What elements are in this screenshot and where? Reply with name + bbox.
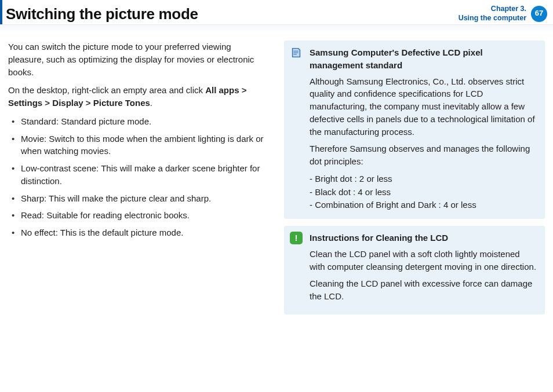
left-column: You can switch the picture mode to your …: [8, 41, 269, 321]
info-panel-lcd-standard: Samsung Computer's Defective LCD pixel m…: [284, 41, 545, 219]
panel1-dash2: - Black dot : 4 or less: [310, 186, 537, 199]
list-item: No effect: This is the default picture m…: [10, 226, 269, 239]
panel2-para2: Cleaning the LCD panel with excessive fo…: [310, 277, 537, 303]
list-item: Sharp: This will make the picture clear …: [10, 192, 269, 205]
right-column: Samsung Computer's Defective LCD pixel m…: [284, 41, 545, 321]
header-separator: [0, 24, 553, 32]
chapter-info: Chapter 3. Using the computer 67: [459, 3, 547, 23]
nav-step-2: Settings: [8, 98, 42, 108]
nav-prefix: On the desktop, right-click an empty are…: [8, 85, 205, 95]
list-item: Standard: Standard picture mode.: [10, 115, 269, 128]
caution-icon: !: [290, 232, 303, 244]
content-columns: You can switch the picture mode to your …: [0, 32, 553, 321]
picture-mode-list: Standard: Standard picture mode. Movie: …: [8, 115, 269, 239]
panel1-title: Samsung Computer's Defective LCD pixel m…: [310, 46, 537, 72]
panel2-title: Instructions for Cleaning the LCD: [310, 232, 537, 244]
panel1-dash3: - Combination of Bright and Dark : 4 or …: [310, 199, 537, 211]
page-title: Switching the picture mode: [6, 3, 198, 25]
list-item: Read: Suitable for reading electronic bo…: [10, 209, 269, 222]
panel1-dash1: - Bright dot : 2 or less: [310, 173, 537, 185]
panel1-para1: Although Samsung Electronics, Co., Ltd. …: [310, 75, 537, 138]
nav-caret-3: >: [83, 98, 93, 108]
page-header: Switching the picture mode Chapter 3. Us…: [0, 0, 553, 24]
nav-step-3: Display: [52, 98, 83, 108]
list-item: Low-contrast scene: This will make a dar…: [10, 162, 269, 188]
chapter-line2: Using the computer: [459, 14, 526, 23]
chapter-line1: Chapter 3.: [459, 5, 526, 14]
nav-paragraph: On the desktop, right-click an empty are…: [8, 84, 269, 109]
panel1-dashlist: - Bright dot : 2 or less - Black dot : 4…: [310, 173, 537, 211]
nav-caret-1: >: [239, 85, 247, 95]
info-panel-cleaning: ! Instructions for Cleaning the LCD Clea…: [284, 226, 545, 314]
chapter-text: Chapter 3. Using the computer: [459, 5, 526, 23]
panel1-para2: Therefore Samsung observes and manages t…: [310, 142, 537, 168]
nav-suffix: .: [150, 98, 152, 108]
memo-icon: [290, 46, 303, 59]
nav-caret-2: >: [42, 98, 52, 108]
nav-step-4: Picture Tones: [93, 98, 150, 108]
page-number-badge: 67: [531, 6, 547, 22]
list-item: Movie: Switch to this mode when the ambi…: [10, 133, 269, 158]
nav-step-1: All apps: [205, 85, 239, 95]
panel2-para1: Clean the LCD panel with a soft cloth li…: [310, 248, 537, 273]
intro-paragraph: You can switch the picture mode to your …: [8, 41, 269, 78]
